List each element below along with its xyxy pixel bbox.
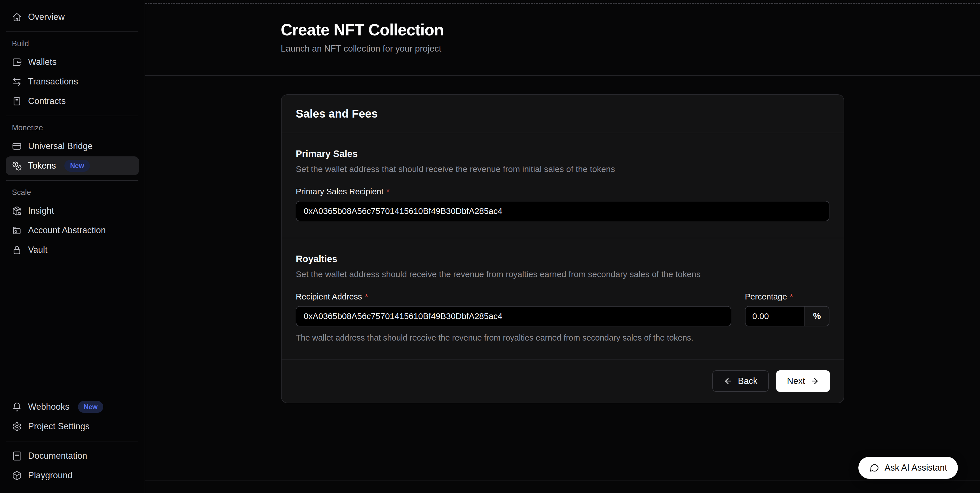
sidebar-item-label: Transactions [28, 76, 78, 87]
sales-and-fees-card: Sales and Fees Primary Sales Set the wal… [281, 94, 844, 403]
sidebar-item-label: Contracts [28, 96, 66, 106]
page-subtitle: Launch an NFT collection for your projec… [281, 44, 980, 54]
next-button[interactable]: Next [776, 370, 830, 392]
dashed-top-border [145, 3, 980, 4]
sidebar-item-label: Project Settings [28, 421, 90, 431]
back-button-label: Back [738, 376, 757, 386]
sidebar-top-group: Overview Build Wallets Transactions Cont… [6, 7, 139, 260]
cube-icon [12, 471, 22, 480]
sidebar-item-insight[interactable]: Insight [6, 201, 139, 220]
ask-ai-assistant-button[interactable]: Ask AI Assistant [858, 457, 958, 479]
percentage-input-group: % [745, 306, 829, 327]
bridge-card-icon [12, 141, 22, 151]
primary-sales-section: Primary Sales Set the wallet address tha… [282, 133, 843, 238]
sidebar-item-account-abstraction[interactable]: Account Abstraction [6, 221, 139, 240]
royalties-description: Set the wallet address should receive th… [296, 269, 829, 279]
page-title: Create NFT Collection [281, 21, 980, 39]
sidebar-item-label: Account Abstraction [28, 225, 106, 235]
royalties-section: Royalties Set the wallet address should … [282, 238, 843, 359]
primary-sales-description: Set the wallet address that should recei… [296, 164, 829, 174]
sidebar-item-label: Wallets [28, 57, 56, 67]
chat-bubble-icon [869, 463, 879, 473]
next-button-label: Next [787, 376, 805, 386]
sidebar-item-tokens[interactable]: Tokens New [6, 156, 139, 175]
royalty-recipient-input[interactable] [296, 306, 731, 327]
contract-icon [12, 96, 22, 106]
sidebar-divider [6, 441, 138, 441]
package-search-icon [12, 206, 22, 216]
primary-sales-recipient-label: Primary Sales Recipient * [296, 187, 829, 197]
home-icon [12, 12, 22, 22]
sidebar-item-label: Insight [28, 206, 54, 216]
gear-icon [12, 422, 22, 431]
royalty-recipient-label: Recipient Address * [296, 292, 731, 301]
sidebar-item-label: Webhooks [28, 402, 70, 412]
webhooks-new-badge: New [78, 401, 103, 413]
smart-wallet-icon [12, 225, 22, 235]
sidebar-item-documentation[interactable]: Documentation [6, 447, 139, 465]
bottom-border [145, 480, 980, 481]
royalty-recipient-column: Recipient Address * [296, 279, 731, 327]
back-button[interactable]: Back [712, 370, 769, 392]
sidebar-divider [6, 32, 138, 32]
sidebar-item-label: Tokens [28, 161, 56, 171]
required-asterisk: * [365, 292, 368, 301]
book-icon [12, 451, 22, 461]
sidebar-section-scale: Scale [6, 188, 139, 197]
sidebar-item-vault[interactable]: Vault [6, 241, 139, 259]
sidebar-item-overview[interactable]: Overview [6, 8, 139, 26]
sidebar-section-build: Build [6, 40, 139, 48]
arrow-right-icon [810, 377, 819, 385]
sidebar-item-webhooks[interactable]: Webhooks New [6, 398, 139, 416]
sidebar-item-playground[interactable]: Playground [6, 466, 139, 485]
main-content: Create NFT Collection Launch an NFT coll… [145, 0, 980, 493]
lock-icon [12, 245, 22, 255]
primary-sales-recipient-input[interactable] [296, 201, 829, 221]
arrow-left-icon [724, 377, 733, 385]
required-asterisk: * [386, 187, 389, 197]
sidebar-item-transactions[interactable]: Transactions [6, 72, 139, 91]
wallet-icon [12, 57, 22, 67]
transactions-icon [12, 77, 22, 87]
sidebar-divider [6, 116, 138, 116]
label-text: Recipient Address [296, 292, 362, 301]
royalty-percentage-label: Percentage * [745, 292, 829, 301]
sidebar-item-label: Documentation [28, 451, 88, 461]
royalties-fields-row: Recipient Address * Percentage * % [296, 279, 829, 327]
percent-suffix: % [805, 307, 829, 326]
royalty-percentage-input[interactable] [746, 307, 805, 326]
primary-sales-heading: Primary Sales [296, 149, 829, 159]
sidebar-item-universal-bridge[interactable]: Universal Bridge [6, 137, 139, 155]
tokens-new-badge: New [64, 160, 90, 172]
sidebar-item-label: Playground [28, 470, 73, 480]
card-title: Sales and Fees [296, 108, 829, 120]
label-text: Primary Sales Recipient [296, 187, 383, 197]
label-text: Percentage [745, 292, 787, 301]
sidebar-item-contracts[interactable]: Contracts [6, 92, 139, 111]
sidebar-divider [6, 180, 138, 181]
sidebar-item-label: Universal Bridge [28, 141, 92, 151]
sidebar: Overview Build Wallets Transactions Cont… [0, 0, 145, 493]
card-footer: Back Next [282, 359, 843, 403]
royalties-heading: Royalties [296, 254, 829, 264]
coins-icon [12, 161, 22, 171]
page-header: Create NFT Collection Launch an NFT coll… [145, 0, 980, 76]
sidebar-section-monetize: Monetize [6, 124, 139, 132]
card-header: Sales and Fees [282, 95, 843, 133]
required-asterisk: * [790, 292, 793, 301]
ask-ai-assistant-label: Ask AI Assistant [885, 463, 947, 473]
sidebar-item-label: Vault [28, 245, 47, 255]
royalty-helper-text: The wallet address that should receive t… [296, 333, 829, 342]
sidebar-item-wallets[interactable]: Wallets [6, 53, 139, 71]
app-root: Overview Build Wallets Transactions Cont… [0, 0, 980, 493]
sidebar-item-project-settings[interactable]: Project Settings [6, 417, 139, 436]
sidebar-item-label: Overview [28, 12, 65, 22]
bell-icon [12, 402, 22, 412]
royalty-percentage-column: Percentage * % [745, 279, 829, 327]
sidebar-bottom-group: Webhooks New Project Settings Documentat… [6, 397, 139, 486]
